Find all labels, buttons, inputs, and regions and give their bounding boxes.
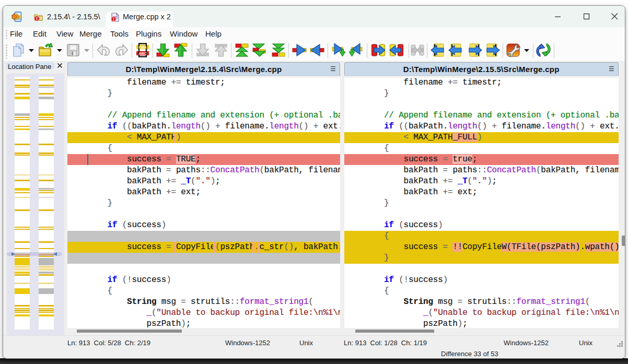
svg-text:CBA: CBA [138,45,146,49]
svg-text:ABC: ABC [138,52,146,55]
